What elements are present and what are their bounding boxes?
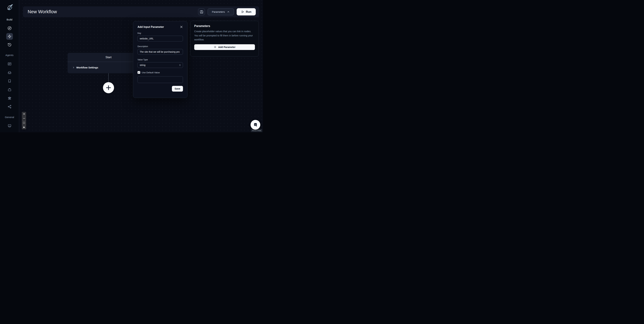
- run-button-label: Run: [246, 10, 252, 14]
- workflow-settings-label: Workflow Settings: [76, 66, 98, 69]
- plus-icon: [23, 113, 25, 115]
- save-icon: [200, 10, 204, 14]
- run-button[interactable]: Run: [237, 8, 256, 16]
- sidebar-item-workflows[interactable]: [6, 33, 13, 40]
- save-workflow-button[interactable]: [198, 8, 205, 15]
- parameters-toggle-button[interactable]: Parameters: [208, 8, 234, 15]
- zoom-in-button[interactable]: [22, 112, 26, 116]
- plus-icon: [214, 46, 216, 48]
- add-input-parameter-modal: Add Input Parameter Key Description Valu…: [133, 21, 188, 98]
- app-logo-dragon-icon: [6, 4, 14, 12]
- handbag-icon[interactable]: [8, 88, 12, 92]
- sidebar-section-general: General: [5, 116, 14, 119]
- lock-toggle-button[interactable]: [22, 125, 26, 129]
- bank-icon[interactable]: [8, 96, 12, 100]
- save-parameter-button[interactable]: Save: [172, 86, 183, 92]
- value-type-field-label: Value Type: [138, 58, 183, 61]
- key-input[interactable]: [138, 36, 183, 42]
- add-parameter-button[interactable]: Add Parameter: [194, 44, 255, 50]
- close-modal-button[interactable]: [180, 25, 183, 29]
- minus-icon: [23, 117, 25, 120]
- close-icon: [180, 25, 183, 28]
- add-parameter-label: Add Parameter: [218, 46, 236, 48]
- chevron-right-icon: [72, 66, 75, 69]
- parameters-panel-title: Parameters: [194, 24, 255, 28]
- receipt-icon[interactable]: [8, 79, 12, 83]
- use-default-label: Use Default Value: [142, 71, 160, 74]
- add-node-button[interactable]: [103, 82, 114, 93]
- parameters-panel: Parameters Create placeholder values tha…: [190, 21, 259, 56]
- fit-view-button[interactable]: [22, 120, 26, 125]
- share-nodes-icon[interactable]: [8, 105, 12, 109]
- workflow-header: New Workflow Parameters Run: [23, 6, 259, 17]
- sidebar: Build Agents General: [0, 0, 19, 132]
- page-title: New Workflow: [28, 9, 57, 14]
- monitor-icon[interactable]: [8, 124, 12, 128]
- value-type-select[interactable]: string: [138, 62, 183, 68]
- key-field-label: Key: [138, 32, 183, 34]
- canvas-controls: [22, 112, 26, 129]
- node-connector-edge: [108, 73, 109, 82]
- app-window: Start Workflow Settings New Workflow Par…: [0, 0, 263, 132]
- sidebar-section-build: Build: [6, 18, 12, 21]
- parameters-panel-description: Create placeholder values that you can l…: [194, 29, 255, 42]
- select-chevrons-icon: [179, 64, 181, 66]
- value-type-selected-option: string: [140, 64, 146, 66]
- description-input[interactable]: [138, 49, 183, 55]
- play-icon: [241, 10, 244, 14]
- parameters-button-label: Parameters: [212, 10, 225, 13]
- fit-view-icon: [23, 122, 25, 124]
- description-field-label: Description: [138, 45, 183, 48]
- default-value-input[interactable]: [138, 76, 183, 83]
- sidebar-section-agents: Agents: [5, 54, 14, 57]
- history-icon[interactable]: [8, 43, 12, 47]
- chat-bubble-icon: [252, 122, 258, 128]
- form-card-icon[interactable]: [8, 62, 12, 66]
- compass-icon[interactable]: [8, 26, 12, 30]
- plus-icon: [106, 85, 111, 90]
- lightning-icon: [8, 34, 12, 38]
- inbox-icon[interactable]: [8, 70, 12, 74]
- unlock-icon: [23, 126, 25, 128]
- use-default-value-row[interactable]: Use Default Value: [138, 71, 183, 74]
- chat-launcher-button[interactable]: [250, 120, 260, 130]
- workflow-canvas[interactable]: Start Workflow Settings New Workflow Par…: [19, 0, 263, 132]
- modal-title: Add Input Parameter: [138, 26, 164, 28]
- use-default-checkbox[interactable]: [138, 71, 140, 74]
- header-actions: Parameters Run: [198, 8, 256, 16]
- check-icon: [138, 72, 140, 74]
- zoom-out-button[interactable]: [22, 116, 26, 120]
- chevron-up-icon: [227, 10, 230, 13]
